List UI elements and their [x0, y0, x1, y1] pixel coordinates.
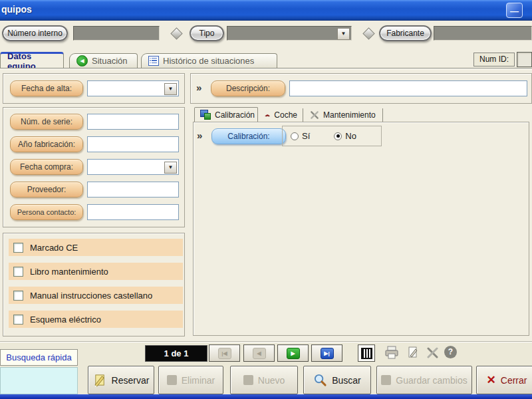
fabricante-field[interactable]	[434, 26, 532, 41]
button-label: Eliminar	[182, 375, 215, 386]
disabled-icon	[167, 375, 177, 385]
calibracion-radio-group: Sí No	[282, 126, 382, 146]
barcode-icon	[361, 348, 372, 359]
checkbox-label: Esquema eléctrico	[30, 315, 101, 325]
descripcion-panel: » Descripción:	[190, 73, 532, 104]
last-record-button[interactable]: ▶|	[311, 344, 342, 362]
calibracion-button[interactable]: Calibración:	[211, 128, 286, 144]
chevron-down-icon[interactable]: ▼	[164, 162, 177, 174]
button-label: Reservar	[112, 375, 150, 386]
radio-no-label: No	[345, 131, 356, 141]
next-record-button[interactable]: ▶	[277, 344, 309, 362]
tab-datos-equipo[interactable]: Datos equipo	[0, 52, 64, 68]
tools-icon[interactable]	[427, 346, 439, 359]
num-id-field[interactable]	[517, 52, 532, 67]
documentacion-panel: Marcado CE Libro mantenimiento Manual in…	[3, 233, 185, 336]
print-icon[interactable]	[384, 346, 399, 359]
manual-instrucciones-row[interactable]: Manual instrucciones castellano	[9, 287, 183, 304]
libro-mantenimiento-row[interactable]: Libro mantenimiento	[9, 263, 183, 280]
minimize-button[interactable]: —	[506, 3, 523, 18]
window-bottom-edge	[0, 394, 532, 399]
chevron-down-icon[interactable]: ▼	[337, 28, 350, 40]
chevron-down-icon[interactable]: ▼	[164, 83, 177, 95]
checkbox-label: Manual instrucciones castellano	[30, 291, 152, 301]
eliminar-button[interactable]: Eliminar	[158, 366, 223, 394]
tipo-button[interactable]: Tipo	[190, 25, 224, 41]
tab-label: Calibración	[215, 110, 255, 120]
tab-label: Histórico de situaciones	[163, 56, 254, 66]
tipo-combobox[interactable]: ▼	[227, 26, 352, 41]
num-id-label: Num ID:	[473, 53, 515, 66]
persona-contacto-button[interactable]: Persona contacto:	[10, 204, 83, 220]
quick-search-label[interactable]: Busqueda rápida	[0, 349, 78, 366]
calibracion-tab-panel	[193, 122, 529, 336]
ano-fabricacion-input[interactable]	[87, 136, 179, 152]
persona-contacto-input[interactable]	[87, 204, 179, 220]
fecha-alta-panel: Fecha de alta: ▼	[3, 73, 185, 104]
tools-icon	[310, 110, 319, 120]
radio-si[interactable]	[291, 132, 299, 140]
reservar-button[interactable]: Reservar	[88, 366, 154, 394]
diamond-icon	[362, 27, 374, 39]
search-icon	[313, 373, 327, 387]
tab-situacion[interactable]: ◀ Situación	[69, 53, 138, 68]
fecha-compra-combobox[interactable]: ▼	[87, 159, 179, 175]
fecha-compra-button[interactable]: Fecha compra:	[10, 159, 83, 175]
button-label: Nuevo	[258, 375, 285, 386]
help-icon[interactable]: ?	[444, 346, 457, 358]
fecha-alta-button[interactable]: Fecha de alta:	[10, 80, 83, 96]
first-record-icon: |◀	[218, 348, 231, 359]
guardar-cambios-button[interactable]: Guardar cambios	[376, 366, 472, 394]
tab-coche[interactable]: Coche	[259, 108, 303, 122]
tab-label: Coche	[274, 110, 297, 120]
detalles-panel: Núm. de serie: Año fabricación: Fecha co…	[3, 107, 185, 227]
checkbox[interactable]	[13, 243, 23, 253]
radio-si-label: Sí	[302, 131, 310, 141]
checkbox[interactable]	[13, 267, 23, 277]
list-icon	[148, 56, 159, 66]
previous-record-icon: ◀	[253, 348, 266, 359]
proveedor-input[interactable]	[87, 182, 179, 198]
nuevo-button[interactable]: Nuevo	[230, 366, 298, 394]
cerrar-button[interactable]: ✕ Cerrar	[476, 366, 532, 394]
num-serie-button[interactable]: Núm. de serie:	[10, 114, 83, 130]
tab-historico-situaciones[interactable]: Histórico de situaciones	[141, 53, 277, 68]
proveedor-button[interactable]: Proveedor:	[10, 182, 83, 198]
tab-label: Situación	[92, 56, 127, 66]
car-icon	[265, 112, 270, 118]
checkbox-label: Libro mantenimiento	[30, 267, 108, 277]
title-bar: quipos —	[0, 0, 532, 21]
numero-interno-button[interactable]: Número interno	[2, 25, 68, 41]
checkbox[interactable]	[13, 291, 23, 301]
buscar-button[interactable]: Buscar	[303, 366, 371, 394]
disabled-icon	[243, 375, 253, 385]
note-pencil-icon	[93, 373, 107, 387]
edit-document-icon[interactable]	[406, 346, 420, 359]
window-title: quipos	[1, 4, 32, 15]
descripcion-button[interactable]: Descripción:	[211, 80, 285, 96]
previous-record-button[interactable]: ◀	[243, 344, 275, 362]
tab-calibracion[interactable]: Calibración	[194, 107, 258, 122]
button-label: Cerrar	[501, 375, 527, 386]
expand-chevron-icon: »	[196, 82, 201, 93]
descripcion-input[interactable]	[289, 80, 527, 96]
numero-interno-field[interactable]	[73, 26, 160, 41]
barcode-button[interactable]	[358, 344, 375, 362]
esquema-electrico-row[interactable]: Esquema eléctrico	[9, 311, 183, 328]
checkbox-label: Marcado CE	[30, 243, 78, 253]
back-arrow-icon: ◀	[76, 55, 88, 66]
first-record-button[interactable]: |◀	[209, 344, 240, 362]
diamond-icon	[170, 27, 182, 39]
ano-fabricacion-button[interactable]: Año fabricación:	[10, 136, 83, 152]
tab-mantenimiento[interactable]: Mantenimiento	[305, 108, 383, 122]
disabled-icon	[381, 375, 391, 385]
marcado-ce-row[interactable]: Marcado CE	[9, 239, 183, 256]
close-x-icon: ✕	[487, 373, 496, 387]
num-serie-input[interactable]	[87, 114, 179, 130]
quick-search-input[interactable]	[0, 367, 78, 394]
expand-chevron-icon: »	[197, 130, 202, 141]
fecha-alta-combobox[interactable]: ▼	[87, 80, 179, 96]
fabricante-button[interactable]: Fabricante	[379, 25, 432, 41]
checkbox[interactable]	[13, 315, 23, 325]
radio-no[interactable]	[334, 132, 342, 140]
